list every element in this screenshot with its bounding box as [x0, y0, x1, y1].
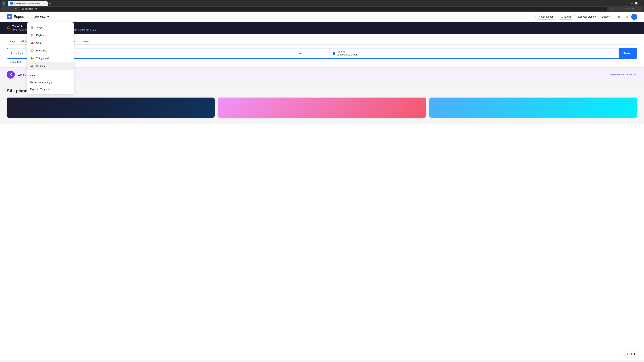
- list-property-button[interactable]: List your property: [576, 14, 598, 19]
- dropdown-item-things[interactable]: 🎭 Things to do: [27, 54, 74, 62]
- trip-card-image-1: [7, 97, 215, 118]
- back-btn[interactable]: ←: [3, 6, 8, 11]
- date-value: 20: [299, 52, 302, 55]
- tab-container: E Expedia Travel: Vacation Home... × +: [8, 1, 629, 6]
- dropdown-item-flights[interactable]: ✈️ Flights: [27, 31, 74, 39]
- add-flight-checkbox[interactable]: Add a flight: [7, 61, 22, 63]
- tab-close-btn[interactable]: ×: [42, 2, 45, 5]
- url-bar[interactable]: 🔒 expedia.com: [20, 7, 608, 11]
- logo[interactable]: ✈ Expedia: [7, 14, 28, 19]
- support-button[interactable]: Support: [600, 14, 612, 19]
- dropdown-item-packages[interactable]: 🏢 Packages: [27, 46, 74, 54]
- trip-card-image-2: [218, 97, 426, 118]
- dropdown-item-stays[interactable]: 🏨 Stays: [27, 23, 74, 31]
- nav-controls: ← → ↻: [3, 6, 18, 11]
- search-btn-label: Search: [623, 52, 632, 55]
- more-travel-dropdown: 🏨 Stays ✈️ Flights 🚗 Cars 🏢 Packages 🎭 T…: [27, 22, 74, 94]
- travelers-input[interactable]: Travelers 2 travelers, 1 room: [337, 51, 616, 56]
- explore-one-key-link[interactable]: Explore One Key benefits: [611, 73, 637, 76]
- incognito-icon: 🛡: [622, 8, 623, 10]
- maximize-btn[interactable]: ⬜: [634, 2, 638, 5]
- incognito-label: Incognito (2): [624, 8, 634, 10]
- logo-text: Expedia: [14, 14, 28, 19]
- cars-icon: 🚗: [30, 41, 34, 44]
- search-button[interactable]: Search: [619, 48, 637, 58]
- notifications-button[interactable]: 🔔: [624, 14, 630, 20]
- more-travel-button[interactable]: More travel ▼: [32, 14, 51, 19]
- trip-card-2[interactable]: [218, 97, 426, 118]
- dropdown-item-magazine[interactable]: Expedia Magazine: [27, 86, 74, 92]
- travelers-value: 2 travelers, 1 room: [337, 53, 616, 56]
- close-btn[interactable]: ×: [639, 2, 643, 5]
- tab-cruises[interactable]: Cruises: [78, 38, 92, 45]
- search-section: Stays Flights Cars Packages Things to do…: [0, 34, 644, 67]
- lauren-banner: K Lauren, yo... you make. Get started! E…: [0, 67, 644, 82]
- planning-title: Still planning your trip?: [7, 88, 637, 93]
- user-avatar-button[interactable]: 👤: [631, 14, 637, 20]
- cars-label: Cars: [36, 41, 42, 44]
- globe-icon: 🌐: [560, 15, 563, 18]
- travelers-field[interactable]: 👤 Travelers 2 travelers, 1 room: [330, 48, 618, 58]
- flight-checkbox-box[interactable]: [7, 61, 10, 63]
- bell-icon: 🔔: [625, 15, 628, 18]
- browser-chrome: 👤 E Expedia Travel: Vacation Home... × +…: [0, 0, 644, 12]
- incognito-indicator: 🛡 Incognito (2): [620, 7, 636, 10]
- dropdown-item-deals[interactable]: Deals: [27, 72, 74, 79]
- profile-icon-btn[interactable]: 👤: [1, 1, 6, 6]
- flights-icon: ✈️: [30, 33, 34, 37]
- download-icon: ⬇: [538, 15, 540, 18]
- add-flight-label: Add a flight: [10, 61, 22, 63]
- tab-favicon: E: [10, 2, 13, 4]
- url-text: expedia.com: [25, 7, 38, 10]
- trips-button[interactable]: Trips: [613, 14, 622, 19]
- address-bar: ← → ↻ 🔒 expedia.com ☆ ⬛ 🛡 Incognito (2) …: [1, 6, 643, 12]
- language-label: English: [564, 15, 572, 18]
- flights-label: Flights: [36, 34, 44, 36]
- location-icon: 📍: [10, 52, 13, 55]
- trip-cards: [7, 97, 637, 118]
- tab-stays[interactable]: Stays: [7, 38, 18, 45]
- alert-link[interactable]: Help Cen...: [86, 29, 98, 31]
- tab-bar: 👤 E Expedia Travel: Vacation Home... × +…: [1, 1, 643, 6]
- language-button[interactable]: 🌐 English: [558, 14, 575, 19]
- active-tab[interactable]: E Expedia Travel: Vacation Home... ×: [8, 1, 48, 6]
- stays-icon: 🏨: [30, 25, 34, 29]
- window-controls: — ⬜ ×: [630, 2, 643, 5]
- planning-section: Still planning your trip?: [0, 82, 644, 124]
- dropdown-item-cruises[interactable]: 🚢 Cruises: [27, 62, 74, 70]
- alert-banner: ⚠ Travel A... If you need assistance wit…: [0, 22, 644, 34]
- trip-card-1[interactable]: [7, 97, 215, 118]
- reload-btn[interactable]: ↻: [14, 6, 18, 11]
- cruises-icon: 🚢: [30, 64, 34, 68]
- lauren-avatar: K: [7, 70, 15, 79]
- dropdown-item-cars[interactable]: 🚗 Cars: [27, 39, 74, 46]
- chevron-down-icon: ▼: [47, 15, 49, 18]
- extensions-btn[interactable]: ⬛: [614, 6, 619, 11]
- help-button[interactable]: 💬 Help: [624, 351, 639, 357]
- get-app-button[interactable]: ⬇ Get the app: [535, 14, 556, 19]
- warning-icon: ⚠: [7, 25, 10, 29]
- site-header: ✈ Expedia More travel ▼ ⬇ Get the app 🌐 …: [0, 12, 644, 22]
- tab-title: Expedia Travel: Vacation Home...: [14, 2, 41, 4]
- dropdown-item-groups[interactable]: Groups & meetings: [27, 79, 74, 86]
- things-icon: 🎭: [30, 56, 34, 60]
- cruises-label: Cruises: [36, 64, 45, 67]
- browser-actions: ☆ ⬛ 🛡 Incognito (2) ⋮: [609, 6, 641, 11]
- date-field[interactable]: 20: [296, 48, 330, 58]
- trip-card-image-3: [429, 97, 637, 118]
- more-travel-label: More travel: [34, 15, 46, 18]
- trip-card-3[interactable]: [429, 97, 637, 118]
- star-btn[interactable]: ☆: [609, 6, 614, 11]
- search-form: 📍 Going to 20 👤 Travelers 2 travelers, 1…: [7, 48, 637, 59]
- search-tabs: Stays Flights Cars Packages Things to do…: [7, 38, 637, 45]
- person-icon: 👤: [632, 15, 636, 18]
- dropdown-divider: [27, 71, 74, 71]
- forward-btn[interactable]: →: [8, 6, 13, 11]
- page-content: ✈ Expedia More travel ▼ ⬇ Get the app 🌐 …: [0, 12, 644, 360]
- more-btn[interactable]: ⋮: [636, 6, 641, 11]
- new-tab-button[interactable]: +: [48, 1, 52, 6]
- header-right: ⬇ Get the app 🌐 English List your proper…: [535, 14, 637, 20]
- minimize-btn[interactable]: —: [630, 2, 633, 5]
- help-label: Help: [631, 353, 636, 356]
- things-label: Things to do: [36, 57, 50, 60]
